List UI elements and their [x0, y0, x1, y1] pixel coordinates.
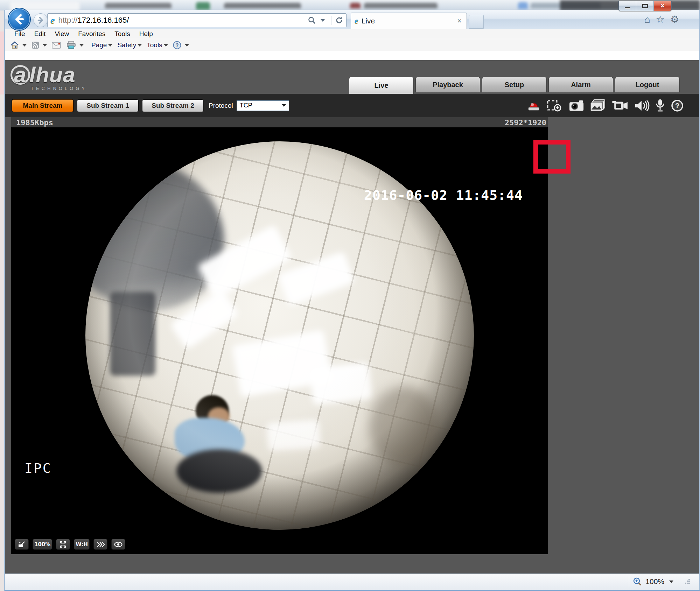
aspect-ratio-button[interactable]: W:H	[74, 539, 90, 550]
help-dropdown-caret[interactable]	[185, 44, 189, 47]
background-tab-ghost	[224, 3, 301, 8]
mail-icon	[52, 42, 61, 49]
page-menu-button[interactable]: Page	[91, 41, 115, 49]
help-icon[interactable]: ?	[671, 99, 684, 112]
print-dropdown-caret[interactable]	[79, 44, 84, 47]
fluency-chevrons-icon	[96, 542, 105, 547]
address-bar[interactable]: e http://172.16.16.165/	[47, 13, 346, 27]
page-zoom-level: 100%	[645, 577, 664, 586]
digital-zoom-icon[interactable]	[547, 99, 563, 112]
menu-edit[interactable]: Edit	[30, 29, 50, 38]
menu-tools[interactable]: Tools	[110, 29, 134, 38]
background-tab-ghost	[350, 3, 360, 8]
resize-grip[interactable]	[685, 579, 690, 584]
original-size-button[interactable]: 100%	[33, 539, 52, 550]
protocol-select[interactable]: TCP	[237, 100, 289, 111]
back-arrow-icon	[13, 13, 25, 25]
background-tab-ghost	[364, 3, 438, 8]
page-menu-label: Page	[91, 41, 107, 49]
browser-status-bar: 100%	[5, 574, 699, 590]
safety-dropdown-caret	[138, 44, 142, 47]
favorites-star-icon[interactable]: ☆	[656, 14, 665, 25]
menu-view[interactable]: View	[50, 29, 74, 38]
sub-stream-1-button[interactable]: Sub Stream 1	[77, 99, 139, 112]
minimize-icon	[625, 7, 630, 8]
rules-visibility-button[interactable]	[111, 539, 125, 550]
safety-menu-button[interactable]: Safety	[117, 41, 145, 49]
svg-text:?: ?	[675, 102, 679, 110]
main-stream-button[interactable]: Main Stream	[12, 99, 74, 112]
relay-out-alarm-icon[interactable]	[527, 99, 541, 112]
fullscreen-button[interactable]	[56, 539, 70, 550]
tab-alarm[interactable]: Alarm	[548, 77, 613, 92]
tab-close-icon[interactable]: ×	[456, 16, 463, 26]
triple-snapshot-icon[interactable]	[590, 99, 606, 112]
url-scheme: http://	[58, 16, 77, 24]
page-dropdown-caret	[108, 44, 112, 47]
rss-icon	[31, 41, 39, 49]
new-tab-button[interactable]	[469, 15, 484, 29]
close-button[interactable]: ✕	[654, 1, 671, 11]
home-dropdown-caret[interactable]	[22, 44, 27, 47]
live-function-icons: ?	[527, 99, 684, 113]
tab-setup[interactable]: Setup	[482, 77, 547, 92]
menu-help[interactable]: Help	[135, 29, 158, 38]
talk-microphone-icon[interactable]	[656, 99, 665, 113]
zoom-dropdown-caret[interactable]	[669, 581, 673, 583]
back-button[interactable]	[8, 8, 31, 31]
live-video-canvas[interactable]: 2016-06-02 11:45:44 IPC 100%	[11, 127, 548, 554]
snapshot-icon[interactable]	[569, 100, 584, 112]
settings-gear-icon[interactable]: ⚙	[670, 14, 679, 25]
tab-live[interactable]: Live	[349, 77, 414, 94]
logo-text: lhua	[29, 63, 75, 87]
tab-logout[interactable]: Logout	[615, 77, 680, 92]
rss-dropdown-caret[interactable]	[43, 44, 47, 47]
read-mail-button[interactable]	[52, 42, 61, 49]
search-icon[interactable]	[308, 16, 316, 24]
video-control-bar: 100% W:H	[15, 539, 125, 550]
resolution-text: 2592*1920	[505, 118, 546, 127]
timestamp-overlay: 2016-06-02 11:45:44	[364, 188, 523, 203]
image-adjust-button[interactable]	[15, 539, 29, 550]
bitrate-text: 1985Kbps	[16, 118, 53, 127]
forward-arrow-icon	[37, 16, 44, 24]
zoom-control-group[interactable]: 100%	[629, 576, 690, 587]
help-command-button[interactable]: ?	[173, 41, 181, 49]
rss-feeds-button[interactable]	[31, 41, 39, 49]
minimize-button[interactable]	[619, 1, 636, 11]
background-window-sliver-accent	[0, 31, 4, 94]
print-button[interactable]	[66, 41, 76, 49]
maximize-button[interactable]	[636, 1, 654, 11]
record-icon[interactable]	[611, 100, 628, 112]
window-controls: ✕	[618, 1, 672, 11]
browser-tab-live[interactable]: e Live ×	[351, 13, 467, 29]
tools-menu-label: Tools	[147, 41, 162, 49]
tab-playback[interactable]: Playback	[415, 77, 480, 92]
background-window-sliver	[0, 10, 4, 591]
tab-title: Live	[362, 17, 456, 25]
divider	[629, 576, 629, 587]
refresh-icon[interactable]	[335, 16, 343, 24]
search-dropdown-caret[interactable]	[321, 19, 325, 22]
url-text[interactable]: http://172.16.16.165/	[58, 16, 308, 25]
camera-web-page: alhua TECHNOLOGY Live Playback Setup Ala…	[5, 60, 699, 574]
maximize-icon	[642, 4, 648, 8]
fluency-button[interactable]	[93, 539, 107, 550]
tools-menu-button[interactable]: Tools	[147, 41, 170, 49]
fullscreen-icon	[59, 541, 66, 548]
home-icon[interactable]: ⌂	[644, 14, 650, 25]
command-bar: Page Safety Tools ?	[5, 39, 699, 51]
background-tab-ghost	[196, 2, 210, 10]
svg-text:?: ?	[175, 42, 178, 48]
home-command-button[interactable]	[10, 41, 19, 49]
menu-favorites[interactable]: Favorites	[74, 29, 110, 38]
background-tab-ghost	[105, 3, 172, 8]
sub-stream-2-button[interactable]: Sub Stream 2	[142, 99, 204, 112]
forward-button[interactable]	[34, 13, 48, 27]
audio-icon[interactable]	[634, 99, 650, 112]
tools-dropdown-caret	[164, 44, 168, 47]
home-house-icon	[10, 41, 19, 49]
zoom-magnifier-icon	[633, 577, 642, 586]
video-panel: 1985Kbps 2592*1920	[11, 117, 548, 554]
url-host: 172.16.16.165/	[77, 16, 129, 24]
